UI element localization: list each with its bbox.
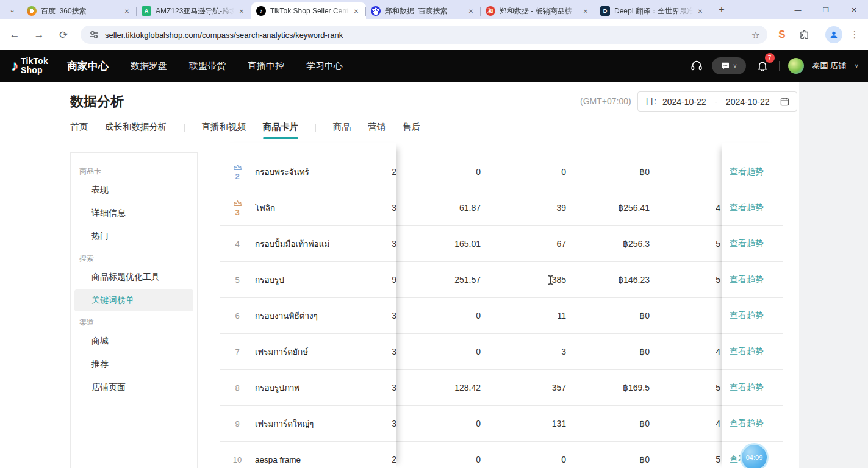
menu-kebab-icon[interactable]: ⋮ <box>846 26 863 43</box>
sidebar-item[interactable]: 详细信息 <box>74 202 193 224</box>
analytics-subtabs: 首页成长和数据分析直播和视频商品卡片商品营销售后 <box>70 121 420 139</box>
gmv-cell: ฿146.23 <box>570 262 650 297</box>
table-row: 10aespa frame2 <box>220 442 396 468</box>
sidebar-item[interactable]: 店铺页面 <box>74 377 193 399</box>
address-bar[interactable]: seller.tiktokglobalshop.com/compass/sear… <box>81 26 767 44</box>
keyword-cell: กรอบปั้มมือเท้าพ่อแม่ <box>255 237 387 250</box>
notifications-button[interactable]: 7 <box>755 58 770 74</box>
table-row-values: 61.8739฿256.414 <box>396 190 722 226</box>
view-trend-link[interactable]: 查看趋势 <box>730 418 764 429</box>
shop-chevron-icon[interactable]: ˅ <box>855 63 858 69</box>
sidebar-item[interactable]: 关键词榜单 <box>74 289 193 311</box>
calendar-icon[interactable] <box>780 97 789 106</box>
minimize-icon[interactable]: — <box>784 0 812 20</box>
date-end-value[interactable]: 2024-10-22 <box>726 97 770 107</box>
close-icon[interactable]: ✕ <box>466 6 476 16</box>
timer-badge[interactable]: 04:09 <box>740 443 769 468</box>
close-icon[interactable]: ✕ <box>237 6 246 16</box>
table-row: 4กรอบปั้มมือเท้าพ่อแม่3 <box>220 226 396 262</box>
subtab[interactable]: 商品卡片 <box>263 121 298 139</box>
sidebar-item[interactable]: 商城 <box>74 330 193 352</box>
table-row-action: 查看趋势 <box>722 334 783 370</box>
sidebar-item[interactable]: 推荐 <box>74 353 193 375</box>
metric-2-cell: 131 <box>493 406 566 441</box>
clipped-left-value: 3 <box>387 311 396 321</box>
header-nav-item[interactable]: 联盟带货 <box>189 60 226 72</box>
header-nav-item[interactable]: 学习中心 <box>306 60 343 72</box>
metric-2-cell: 0 <box>493 442 566 468</box>
subtab[interactable]: 售后 <box>403 121 420 139</box>
bookmark-star-icon[interactable]: ☆ <box>751 29 760 41</box>
metric-1-cell: 0 <box>396 334 481 369</box>
date-start-value[interactable]: 2024-10-22 <box>662 97 706 107</box>
toolbar-divider <box>819 29 819 40</box>
back-icon[interactable]: ← <box>5 25 24 44</box>
keyword-cell: aespa frame <box>255 455 387 464</box>
messages-button[interactable]: ˅ <box>712 57 746 74</box>
browser-tab[interactable]: DDeepL翻译：全世界最准确✕ <box>595 2 710 20</box>
restore-icon[interactable]: ❐ <box>812 0 840 20</box>
view-trend-link[interactable]: 查看趋势 <box>730 310 764 321</box>
reload-icon[interactable]: ⟳ <box>54 25 73 44</box>
profile-avatar-icon[interactable] <box>825 26 842 43</box>
header-nav-item[interactable]: 直播中控 <box>248 60 284 72</box>
site-settings-icon[interactable] <box>89 30 99 40</box>
header-nav-item[interactable]: 数据罗盘 <box>131 60 167 72</box>
close-icon[interactable]: ✕ <box>122 6 132 16</box>
sidebar-item[interactable]: 热门 <box>74 225 193 247</box>
new-tab-icon[interactable]: + <box>714 2 730 18</box>
tiktok-shop-logo[interactable]: ♪ TikTokShop <box>11 57 48 74</box>
view-trend-link[interactable]: 查看趋势 <box>730 166 764 177</box>
metric-1-cell: 0 <box>396 442 481 468</box>
sidebar-section-label: 渠道 <box>79 317 188 328</box>
clipped-left-value: 3 <box>387 383 396 392</box>
subtab[interactable]: 直播和视频 <box>202 121 246 139</box>
close-icon[interactable]: ✕ <box>581 6 590 16</box>
header-vertical-divider <box>779 61 780 71</box>
clipped-left-value: 9 <box>387 275 396 285</box>
view-trend-link[interactable]: 查看趋势 <box>730 346 764 357</box>
shop-label[interactable]: 泰国 店铺 <box>812 60 847 71</box>
clipped-left-value: 3 <box>387 347 396 356</box>
extensions-puzzle-icon[interactable] <box>795 26 812 43</box>
browser-tab[interactable]: AAMZ123亚马逊导航-跨境✕ <box>137 2 251 20</box>
url-text[interactable]: seller.tiktokglobalshop.com/compass/sear… <box>105 30 751 40</box>
view-trend-link[interactable]: 查看趋势 <box>730 274 764 285</box>
close-icon[interactable]: ✕ <box>695 6 705 16</box>
subtab[interactable]: 商品 <box>333 121 351 139</box>
headset-icon[interactable] <box>690 59 703 73</box>
view-trend-link[interactable]: 查看趋势 <box>730 238 764 249</box>
timezone-label: (GMT+07:00) <box>580 96 631 106</box>
clipped-left-value: 3 <box>387 239 396 249</box>
browser-tab[interactable]: ♪TikTok Shop Seller Cente✕ <box>251 2 366 20</box>
gmv-cell: ฿169.5 <box>570 370 650 405</box>
rank-cell: 5 <box>220 275 255 285</box>
forward-icon[interactable]: → <box>29 25 49 44</box>
amz123-favicon-icon: A <box>142 6 151 16</box>
clipped-right-value: 5 <box>702 262 720 297</box>
view-trend-link[interactable]: 查看趋势 <box>730 202 764 213</box>
metric-2-cell: 67 <box>493 226 566 261</box>
keyword-cell: เฟรมการ์ดยักษ์ <box>255 345 387 358</box>
subtab[interactable]: 营销 <box>368 121 386 139</box>
shop-avatar[interactable] <box>788 58 804 74</box>
close-icon[interactable]: ✕ <box>351 6 361 16</box>
browser-tab[interactable]: 百度_360搜索✕ <box>22 2 137 20</box>
tab-search-icon[interactable]: ⌄ <box>4 2 21 17</box>
browser-tab[interactable]: 和郑和数据 - 畅销商品榜✕ <box>481 2 595 20</box>
sidebar-item[interactable]: 表现 <box>74 179 193 201</box>
header-nav-item[interactable]: 商家中心 <box>67 59 109 73</box>
view-trend-link[interactable]: 查看趋势 <box>730 382 764 393</box>
browser-tab[interactable]: 郑和数据_百度搜索✕ <box>366 2 481 20</box>
close-window-icon[interactable]: ✕ <box>840 0 868 20</box>
subtab[interactable]: 成长和数据分析 <box>105 121 167 139</box>
subtab[interactable]: 首页 <box>70 121 88 139</box>
clipped-right-value: 4 <box>702 190 720 225</box>
date-range-picker[interactable]: 日: 2024-10-22 - 2024-10-22 <box>637 91 797 112</box>
metric-2-cell: 39 <box>493 190 566 225</box>
gmv-cell: ฿0 <box>570 154 650 190</box>
extension-s-icon[interactable]: S <box>773 26 791 43</box>
clipped-right-value <box>702 298 720 333</box>
sidebar-item[interactable]: 商品标题优化工具 <box>74 266 193 288</box>
table-top-partial-row <box>722 143 783 154</box>
